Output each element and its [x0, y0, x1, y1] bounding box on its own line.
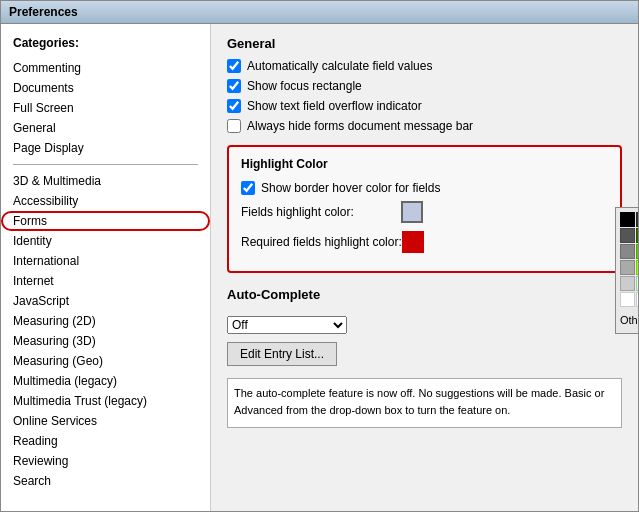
edit-entry-button[interactable]: Edit Entry List... [227, 342, 337, 366]
color-cell[interactable] [636, 292, 638, 307]
checkbox-row-4: Always hide forms document message bar [227, 119, 622, 133]
sidebar-item-international[interactable]: International [1, 251, 210, 271]
required-fields-highlight-label: Required fields highlight color: [241, 235, 402, 249]
window-title: Preferences [9, 5, 78, 19]
color-grid [620, 212, 638, 307]
required-fields-highlight-row: Required fields highlight color: [241, 231, 608, 253]
fields-highlight-row: Fields highlight color: [241, 201, 608, 223]
sidebar-item-accessibility[interactable]: Accessibility [1, 191, 210, 211]
required-fields-highlight-swatch[interactable] [402, 231, 424, 253]
autocomplete-section: Auto-Complete Off Basic Advanced Edit En… [227, 287, 622, 366]
auto-calculate-checkbox[interactable] [227, 59, 241, 73]
sidebar-item-commenting[interactable]: Commenting [1, 58, 210, 78]
always-hide-forms-checkbox[interactable] [227, 119, 241, 133]
checkbox-row-3: Show text field overflow indicator [227, 99, 622, 113]
sidebar-item-documents[interactable]: Documents [1, 78, 210, 98]
color-picker-popup: Other Color... [615, 207, 638, 334]
sidebar-item-internet[interactable]: Internet [1, 271, 210, 291]
sidebar-item-search[interactable]: Search [1, 471, 210, 491]
sidebar-item-reading[interactable]: Reading [1, 431, 210, 451]
color-cell[interactable] [620, 292, 635, 307]
main-content: General Automatically calculate field va… [211, 24, 638, 511]
sidebar-item-fullscreen[interactable]: Full Screen [1, 98, 210, 118]
highlight-color-box: Highlight Color Show border hover color … [227, 145, 622, 273]
sidebar-item-reviewing[interactable]: Reviewing [1, 451, 210, 471]
color-cell[interactable] [620, 228, 635, 243]
sidebar-header: Categories: [1, 32, 210, 58]
preferences-window: Preferences Categories: Commenting Docum… [0, 0, 639, 512]
auto-calculate-label: Automatically calculate field values [247, 59, 432, 73]
color-cell[interactable] [636, 228, 638, 243]
autocomplete-description: The auto-complete feature is now off. No… [227, 378, 622, 428]
show-focus-rectangle-checkbox[interactable] [227, 79, 241, 93]
sidebar-item-pagedisplay[interactable]: Page Display [1, 138, 210, 158]
sidebar-item-identity[interactable]: Identity [1, 231, 210, 251]
color-cell[interactable] [620, 276, 635, 291]
sidebar-item-measuring2d[interactable]: Measuring (2D) [1, 311, 210, 331]
checkbox-row-1: Automatically calculate field values [227, 59, 622, 73]
autocomplete-title: Auto-Complete [227, 287, 622, 302]
general-section-title: General [227, 36, 622, 51]
fields-highlight-label: Fields highlight color: [241, 205, 401, 219]
sidebar-item-javascript[interactable]: JavaScript [1, 291, 210, 311]
show-focus-rectangle-label: Show focus rectangle [247, 79, 362, 93]
color-cell[interactable] [620, 244, 635, 259]
sidebar-item-general[interactable]: General [1, 118, 210, 138]
sidebar-item-measuringgeo[interactable]: Measuring (Geo) [1, 351, 210, 371]
title-bar: Preferences [1, 1, 638, 24]
highlight-color-title: Highlight Color [241, 157, 608, 171]
show-text-overflow-checkbox[interactable] [227, 99, 241, 113]
checkbox-row-2: Show focus rectangle [227, 79, 622, 93]
fields-highlight-swatch[interactable] [401, 201, 423, 223]
sidebar-item-multimedia-trust[interactable]: Multimedia Trust (legacy) [1, 391, 210, 411]
sidebar-item-3dmultimedia[interactable]: 3D & Multimedia [1, 171, 210, 191]
sidebar-item-multimedia-legacy[interactable]: Multimedia (legacy) [1, 371, 210, 391]
color-cell[interactable] [620, 260, 635, 275]
other-color-button[interactable]: Other Color... [620, 314, 638, 326]
show-border-hover-row: Show border hover color for fields [241, 181, 608, 195]
sidebar-item-forms[interactable]: Forms [1, 211, 210, 231]
sidebar: Categories: Commenting Documents Full Sc… [1, 24, 211, 511]
color-cell[interactable] [636, 260, 638, 275]
show-border-hover-label: Show border hover color for fields [261, 181, 440, 195]
color-cell[interactable] [636, 212, 638, 227]
color-cell[interactable] [636, 276, 638, 291]
show-text-overflow-label: Show text field overflow indicator [247, 99, 422, 113]
sidebar-item-online-services[interactable]: Online Services [1, 411, 210, 431]
show-border-hover-checkbox[interactable] [241, 181, 255, 195]
color-picker-footer: Other Color... [620, 311, 638, 329]
autocomplete-dropdown[interactable]: Off Basic Advanced [227, 316, 347, 334]
sidebar-divider [13, 164, 198, 165]
always-hide-forms-label: Always hide forms document message bar [247, 119, 473, 133]
color-cell[interactable] [620, 212, 635, 227]
sidebar-item-measuring3d[interactable]: Measuring (3D) [1, 331, 210, 351]
color-cell[interactable] [636, 244, 638, 259]
